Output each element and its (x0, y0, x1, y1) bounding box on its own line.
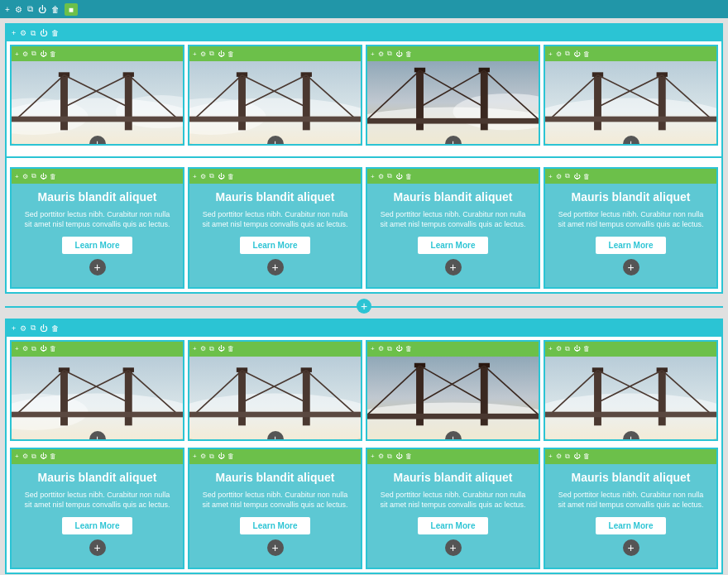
c3-settings[interactable]: ⚙ (378, 50, 384, 58)
c2-copy[interactable]: ⧉ (209, 50, 214, 58)
tc8-copy[interactable]: ⧉ (565, 453, 570, 461)
c8-add[interactable]: + (548, 345, 553, 352)
c7-power[interactable]: ⏻ (395, 345, 402, 352)
c3-delete[interactable]: 🗑 (405, 50, 412, 58)
c5-delete[interactable]: 🗑 (50, 345, 56, 352)
c7-copy[interactable]: ⧉ (387, 345, 392, 353)
learn-more-btn-6[interactable]: Learn More (240, 517, 311, 534)
s2-settings[interactable]: ⚙ (20, 324, 26, 333)
tc2-copy[interactable]: ⧉ (209, 172, 214, 180)
tc1-power[interactable]: ⏻ (40, 173, 46, 180)
c2-power[interactable]: ⏻ (218, 50, 224, 58)
text-card-5-add[interactable]: + (89, 539, 106, 556)
settings-icon[interactable]: ⚙ (15, 5, 22, 14)
tc6-add[interactable]: + (193, 453, 197, 460)
section-add-icon[interactable]: + (12, 29, 16, 37)
learn-more-btn-5[interactable]: Learn More (62, 517, 133, 534)
tc5-copy[interactable]: ⧉ (31, 453, 36, 461)
c1-settings[interactable]: ⚙ (22, 50, 28, 58)
text-card-7-add[interactable]: + (445, 539, 462, 556)
c4-settings[interactable]: ⚙ (556, 50, 562, 58)
c2-delete[interactable]: 🗑 (228, 50, 234, 58)
c6-settings[interactable]: ⚙ (200, 345, 206, 352)
c5-power[interactable]: ⏻ (40, 345, 46, 352)
c4-delete[interactable]: 🗑 (583, 50, 590, 58)
tc7-copy[interactable]: ⧉ (387, 453, 392, 461)
c1-delete[interactable]: 🗑 (50, 50, 56, 58)
tc4-copy[interactable]: ⧉ (565, 172, 570, 180)
c4-power[interactable]: ⏻ (573, 50, 580, 58)
tc7-delete[interactable]: 🗑 (405, 453, 412, 460)
tc6-delete[interactable]: 🗑 (228, 453, 234, 460)
section-add-btn[interactable]: + (357, 299, 371, 314)
c1-add[interactable]: + (15, 50, 19, 58)
c5-copy[interactable]: ⧉ (31, 345, 36, 353)
c6-add[interactable]: + (193, 345, 197, 352)
tc1-copy[interactable]: ⧉ (31, 172, 36, 180)
learn-more-btn-4[interactable]: Learn More (596, 237, 667, 254)
tc3-add[interactable]: + (371, 173, 375, 180)
learn-more-btn-8[interactable]: Learn More (596, 517, 667, 534)
tc7-power[interactable]: ⏻ (395, 453, 402, 460)
c8-settings[interactable]: ⚙ (556, 345, 562, 352)
tc3-settings[interactable]: ⚙ (378, 173, 384, 180)
tc5-delete[interactable]: 🗑 (50, 453, 56, 460)
tc8-settings[interactable]: ⚙ (556, 453, 562, 460)
c8-copy[interactable]: ⧉ (565, 345, 570, 353)
tc1-add[interactable]: + (15, 173, 19, 180)
section-delete-icon[interactable]: 🗑 (51, 29, 59, 37)
c6-delete[interactable]: 🗑 (228, 345, 234, 352)
c3-copy[interactable]: ⧉ (387, 50, 392, 58)
c4-add[interactable]: + (548, 50, 553, 58)
c1-copy[interactable]: ⧉ (31, 50, 36, 58)
tc8-add[interactable]: + (548, 453, 553, 460)
text-card-3-add[interactable]: + (445, 259, 462, 276)
c3-add[interactable]: + (371, 50, 375, 58)
section-power-icon[interactable]: ⏻ (40, 29, 47, 37)
tc3-copy[interactable]: ⧉ (387, 172, 392, 180)
c6-copy[interactable]: ⧉ (209, 345, 214, 353)
learn-more-btn-1[interactable]: Learn More (62, 237, 133, 254)
tc6-copy[interactable]: ⧉ (209, 453, 214, 461)
learn-more-btn-3[interactable]: Learn More (418, 237, 489, 254)
copy-icon[interactable]: ⧉ (27, 4, 33, 14)
tc8-delete[interactable]: 🗑 (583, 453, 590, 460)
text-card-1-add[interactable]: + (89, 259, 106, 276)
section-copy-icon[interactable]: ⧉ (31, 29, 36, 38)
text-card-2-add[interactable]: + (267, 259, 284, 276)
s2-copy[interactable]: ⧉ (31, 323, 36, 333)
c7-settings[interactable]: ⚙ (378, 345, 384, 352)
action-icon[interactable]: ■ (65, 3, 78, 16)
c3-power[interactable]: ⏻ (395, 50, 402, 58)
add-icon[interactable]: + (5, 5, 10, 14)
c5-add[interactable]: + (15, 345, 19, 352)
c5-settings[interactable]: ⚙ (22, 345, 28, 352)
s2-power[interactable]: ⏻ (40, 324, 47, 333)
tc3-power[interactable]: ⏻ (395, 173, 402, 180)
tc1-settings[interactable]: ⚙ (22, 173, 28, 180)
tc2-settings[interactable]: ⚙ (200, 173, 206, 180)
c7-add[interactable]: + (371, 345, 375, 352)
tc4-power[interactable]: ⏻ (573, 173, 580, 180)
section-settings-icon[interactable]: ⚙ (20, 29, 26, 37)
learn-more-btn-7[interactable]: Learn More (418, 517, 489, 534)
tc6-power[interactable]: ⏻ (218, 453, 224, 460)
tc2-delete[interactable]: 🗑 (228, 173, 234, 180)
tc8-power[interactable]: ⏻ (573, 453, 580, 460)
text-card-8-add[interactable]: + (623, 539, 639, 556)
tc5-settings[interactable]: ⚙ (22, 453, 28, 460)
c1-power[interactable]: ⏻ (40, 50, 46, 58)
tc7-add[interactable]: + (371, 453, 375, 460)
tc5-power[interactable]: ⏻ (40, 453, 46, 460)
tc3-delete[interactable]: 🗑 (405, 173, 412, 180)
c8-delete[interactable]: 🗑 (583, 345, 590, 352)
tc2-add[interactable]: + (193, 173, 197, 180)
c7-delete[interactable]: 🗑 (405, 345, 412, 352)
s2-delete[interactable]: 🗑 (51, 324, 59, 333)
tc4-settings[interactable]: ⚙ (556, 173, 562, 180)
text-card-6-add[interactable]: + (267, 539, 284, 556)
tc4-add[interactable]: + (548, 173, 553, 180)
c2-add[interactable]: + (193, 50, 197, 58)
tc2-power[interactable]: ⏻ (218, 173, 224, 180)
tc6-settings[interactable]: ⚙ (200, 453, 206, 460)
